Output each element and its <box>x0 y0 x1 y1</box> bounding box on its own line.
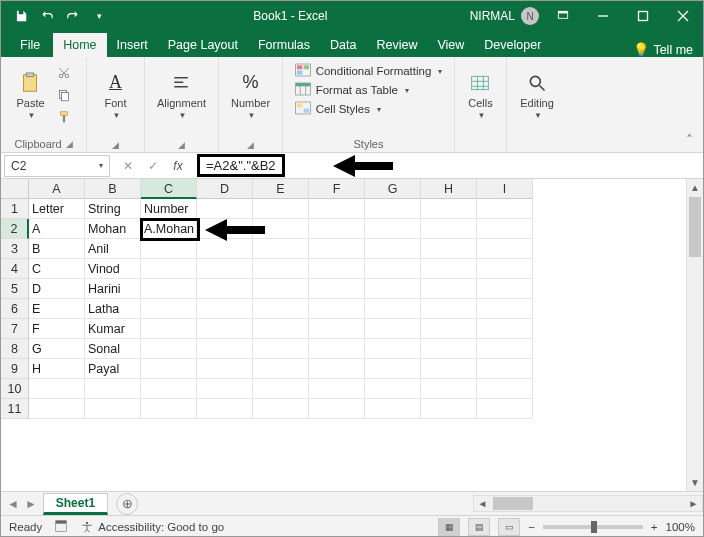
cell[interactable] <box>309 359 365 379</box>
cell[interactable]: G <box>29 339 85 359</box>
cell[interactable] <box>309 399 365 419</box>
cell[interactable] <box>421 359 477 379</box>
format-painter-icon[interactable] <box>53 108 75 126</box>
zoom-slider[interactable] <box>543 525 643 529</box>
cell[interactable] <box>421 379 477 399</box>
scrollbar-thumb[interactable] <box>493 497 533 510</box>
cell[interactable] <box>421 399 477 419</box>
cell[interactable] <box>365 219 421 239</box>
cell[interactable] <box>253 339 309 359</box>
cell[interactable] <box>477 379 533 399</box>
row-header[interactable]: 4 <box>1 259 29 279</box>
cell[interactable]: Vinod <box>85 259 141 279</box>
macro-record-icon[interactable] <box>54 519 68 535</box>
cell[interactable]: Latha <box>85 299 141 319</box>
cell[interactable] <box>141 399 197 419</box>
cell[interactable] <box>253 399 309 419</box>
cell[interactable] <box>309 319 365 339</box>
cell[interactable] <box>477 319 533 339</box>
column-header[interactable]: H <box>421 179 477 199</box>
formula-input[interactable]: =A2&"."&B2 <box>197 154 285 177</box>
column-header[interactable]: E <box>253 179 309 199</box>
tab-page-layout[interactable]: Page Layout <box>158 33 248 57</box>
cell[interactable] <box>141 319 197 339</box>
alignment-button[interactable]: Alignment ▼ <box>153 69 210 122</box>
cell[interactable] <box>365 239 421 259</box>
cell[interactable] <box>477 359 533 379</box>
row-header[interactable]: 2 <box>1 219 29 239</box>
cell[interactable] <box>309 199 365 219</box>
zoom-out-button[interactable]: − <box>528 521 535 533</box>
cell[interactable] <box>197 319 253 339</box>
cell[interactable] <box>197 399 253 419</box>
cell[interactable]: A <box>29 219 85 239</box>
column-header[interactable]: I <box>477 179 533 199</box>
column-header[interactable]: G <box>365 179 421 199</box>
cell[interactable] <box>197 259 253 279</box>
cell[interactable] <box>421 339 477 359</box>
minimize-button[interactable] <box>583 1 623 31</box>
vertical-scrollbar[interactable]: ▲ ▼ <box>686 179 703 491</box>
fx-icon[interactable]: fx <box>167 155 189 177</box>
tab-data[interactable]: Data <box>320 33 366 57</box>
row-header[interactable]: 10 <box>1 379 29 399</box>
cell[interactable] <box>197 239 253 259</box>
cell[interactable]: Harini <box>85 279 141 299</box>
row-header[interactable]: 7 <box>1 319 29 339</box>
cell[interactable] <box>253 279 309 299</box>
cell[interactable] <box>29 399 85 419</box>
tab-developer[interactable]: Developer <box>474 33 551 57</box>
tab-review[interactable]: Review <box>366 33 427 57</box>
maximize-button[interactable] <box>623 1 663 31</box>
font-button[interactable]: A Font ▼ <box>100 69 132 122</box>
cell[interactable]: C <box>29 259 85 279</box>
tell-me-label[interactable]: Tell me <box>653 43 693 57</box>
cell[interactable] <box>197 279 253 299</box>
row-header[interactable]: 5 <box>1 279 29 299</box>
cell[interactable] <box>309 339 365 359</box>
row-header[interactable]: 11 <box>1 399 29 419</box>
tab-file[interactable]: File <box>7 33 53 57</box>
tell-me-icon[interactable]: 💡 <box>633 42 649 57</box>
name-box[interactable]: C2 ▾ <box>4 155 110 177</box>
row-header[interactable]: 8 <box>1 339 29 359</box>
cell[interactable] <box>477 299 533 319</box>
cell[interactable]: Payal <box>85 359 141 379</box>
save-icon[interactable] <box>9 4 33 28</box>
cell[interactable] <box>253 239 309 259</box>
column-header[interactable]: A <box>29 179 85 199</box>
cell[interactable] <box>253 299 309 319</box>
cell[interactable] <box>253 259 309 279</box>
select-all-corner[interactable] <box>1 179 29 199</box>
cell[interactable] <box>477 199 533 219</box>
cell[interactable] <box>253 319 309 339</box>
cell[interactable] <box>365 279 421 299</box>
cell[interactable]: Kumar <box>85 319 141 339</box>
cell[interactable] <box>85 399 141 419</box>
cell[interactable]: E <box>29 299 85 319</box>
sheet-nav-prev-icon[interactable]: ◄ <box>7 497 19 511</box>
cell[interactable]: String <box>85 199 141 219</box>
cell[interactable] <box>197 379 253 399</box>
dialog-launcher-icon[interactable]: ◢ <box>112 140 119 150</box>
cell[interactable] <box>309 299 365 319</box>
view-page-layout-icon[interactable]: ▤ <box>468 518 490 536</box>
tab-formulas[interactable]: Formulas <box>248 33 320 57</box>
cell[interactable] <box>421 199 477 219</box>
cell[interactable] <box>253 199 309 219</box>
collapse-ribbon-icon[interactable]: ˄ <box>686 132 693 148</box>
tab-home[interactable]: Home <box>53 33 106 57</box>
cell[interactable] <box>477 399 533 419</box>
cell[interactable] <box>253 379 309 399</box>
close-button[interactable] <box>663 1 703 31</box>
cell[interactable] <box>365 259 421 279</box>
cell[interactable] <box>309 259 365 279</box>
cell[interactable] <box>309 379 365 399</box>
cell[interactable] <box>477 279 533 299</box>
row-header[interactable]: 1 <box>1 199 29 219</box>
add-sheet-button[interactable]: ⊕ <box>116 493 138 515</box>
cell[interactable] <box>141 259 197 279</box>
scrollbar-thumb[interactable] <box>689 197 701 257</box>
cell[interactable] <box>421 319 477 339</box>
cell[interactable] <box>477 219 533 239</box>
